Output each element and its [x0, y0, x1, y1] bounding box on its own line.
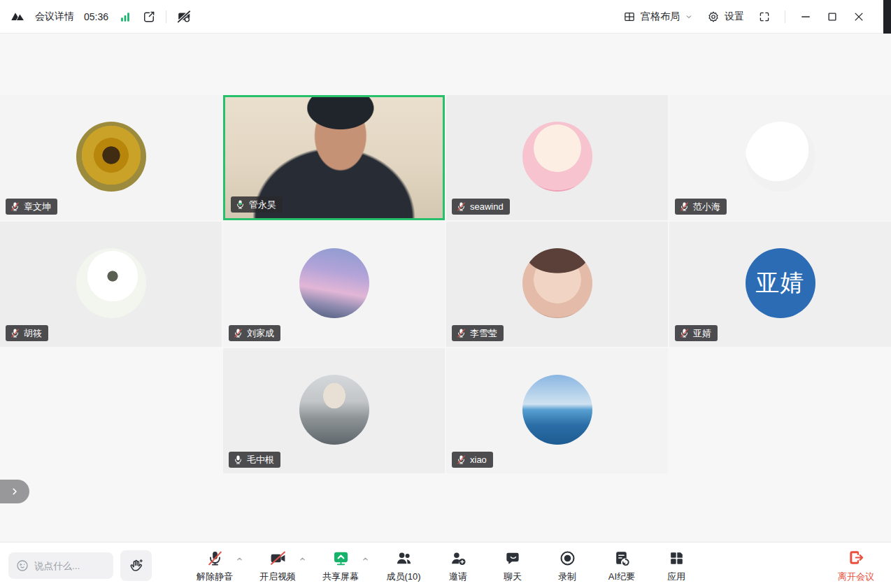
camera-off-label: 开启视频 — [259, 571, 296, 583]
chevron-up-icon[interactable] — [362, 555, 369, 563]
mic-muted-icon — [679, 201, 690, 212]
participant-tile[interactable]: 胡筱 — [0, 222, 222, 347]
toolbar-buttons: 解除静音 开启视频 共享屏幕 成员(10) 邀请 聊天 录制 AI纪要 应用 — [197, 543, 694, 588]
raise-hand-icon — [128, 557, 145, 574]
seaside-photo-avatar — [522, 375, 592, 445]
mic-muted-icon — [206, 549, 224, 568]
screen-share-label: 共享屏幕 — [322, 571, 359, 583]
chevron-right-icon — [9, 486, 20, 497]
expand-sidebar-button[interactable] — [0, 480, 29, 503]
mic-muted-icon — [233, 328, 243, 338]
ai-notes-button[interactable]: AI纪要 — [604, 549, 640, 583]
participant-tile[interactable]: 毛中根 — [223, 348, 445, 473]
participant-name: 胡筱 — [24, 328, 42, 338]
participant-tile[interactable]: 亚婧 亚婧 — [669, 222, 891, 347]
participant-name: 亚婧 — [693, 328, 711, 338]
sunflower-painting-avatar — [76, 122, 146, 192]
participant-name-chip: 胡筱 — [6, 325, 48, 341]
settings-button[interactable]: 设置 — [707, 10, 744, 23]
participant-name-chip: 章文坤 — [6, 199, 57, 215]
invite-button[interactable]: 邀请 — [440, 549, 476, 583]
recording-off-icon[interactable] — [176, 9, 192, 24]
mic-muted-icon — [456, 201, 466, 212]
participant-name-chip: 毛中根 — [229, 452, 280, 468]
participant-name: seawind — [470, 201, 504, 212]
bottom-toolbar: 解除静音 开启视频 共享屏幕 成员(10) 邀请 聊天 录制 AI纪要 应用 离… — [0, 542, 891, 588]
mic-muted-button[interactable]: 解除静音 — [197, 549, 233, 583]
share-meeting-icon[interactable] — [142, 10, 156, 24]
members-label: 成员(10) — [386, 571, 420, 583]
participant-tile[interactable]: 刘家成 — [223, 222, 445, 347]
layout-switcher-button[interactable]: 宫格布局 — [623, 10, 693, 23]
minimize-icon[interactable] — [799, 10, 812, 23]
white-dog-cartoon-avatar — [746, 122, 815, 192]
participant-name: 李雪莹 — [470, 328, 497, 338]
purple-sky-avatar — [299, 248, 369, 318]
mic-muted-icon — [10, 201, 20, 212]
participant-tile[interactable]: seawind — [446, 95, 668, 220]
participant-name-chip: 亚婧 — [675, 325, 718, 341]
participant-name-chip: xiao — [452, 452, 493, 468]
cartoon-boy-avatar — [522, 122, 592, 192]
mic-muted-icon — [456, 328, 466, 338]
gear-icon — [707, 10, 720, 23]
title-bar: 会议详情 05:36 宫格布局 设置 — [0, 0, 891, 34]
record-button[interactable]: 录制 — [549, 549, 585, 583]
chevron-up-icon[interactable] — [236, 555, 243, 563]
participant-name-chip: 范小海 — [675, 199, 727, 215]
participant-name-chip: 管永昊 — [231, 196, 283, 213]
participant-tile[interactable]: 章文坤 — [0, 95, 222, 220]
leave-meeting-icon — [847, 548, 865, 567]
child-photo-avatar — [522, 248, 592, 318]
participant-tile[interactable]: 李雪莹 — [446, 222, 668, 347]
participant-name: 章文坤 — [24, 201, 51, 212]
harbor-photo-avatar — [299, 375, 369, 445]
members-button[interactable]: 成员(10) — [385, 549, 422, 583]
initials-avatar: 亚婧 — [746, 248, 815, 318]
fullscreen-icon[interactable] — [758, 10, 771, 23]
chevron-down-icon — [685, 13, 693, 21]
participant-tile[interactable]: 管永昊 — [223, 95, 445, 220]
quick-chat-box[interactable] — [8, 552, 113, 579]
chevron-up-icon[interactable] — [299, 555, 306, 563]
invite-label: 邀请 — [449, 571, 467, 583]
mic-muted-icon — [679, 328, 690, 338]
mic-speaking-icon — [235, 199, 245, 210]
grid-layout-icon — [623, 10, 636, 23]
participant-name-chip: seawind — [452, 199, 510, 215]
participant-tile[interactable]: xiao — [446, 348, 668, 473]
mic-muted-icon — [456, 454, 466, 465]
meeting-timer: 05:36 — [84, 11, 108, 22]
app-logo-icon — [10, 9, 25, 24]
mic-on-icon — [233, 454, 243, 465]
emoji-icon[interactable] — [15, 559, 29, 573]
camera-off-icon — [269, 549, 287, 568]
wedding-illustration-avatar — [76, 248, 146, 318]
layout-label: 宫格布局 — [641, 10, 680, 23]
leave-meeting-button[interactable]: 离开会议 — [838, 548, 874, 582]
participant-name-chip: 刘家成 — [229, 325, 280, 341]
close-icon[interactable] — [853, 10, 865, 23]
apps-label: 应用 — [667, 571, 685, 583]
leave-meeting-label: 离开会议 — [838, 570, 874, 582]
raise-hand-button[interactable] — [120, 550, 152, 581]
mic-muted-label: 解除静音 — [197, 571, 233, 583]
maximize-icon[interactable] — [826, 10, 839, 23]
meeting-details-button[interactable]: 会议详情 — [35, 10, 74, 23]
chat-button[interactable]: 聊天 — [494, 549, 531, 583]
members-icon — [395, 549, 413, 568]
screen-share-button[interactable]: 共享屏幕 — [322, 549, 359, 583]
chat-input[interactable] — [34, 561, 106, 571]
participant-tile[interactable]: 范小海 — [669, 95, 891, 220]
chat-icon — [504, 549, 522, 568]
network-signal-icon[interactable] — [118, 10, 132, 24]
camera-off-button[interactable]: 开启视频 — [259, 549, 296, 583]
apps-button[interactable]: 应用 — [658, 549, 694, 583]
chat-label: 聊天 — [504, 571, 522, 583]
participant-name: 管永昊 — [249, 199, 276, 210]
screen-share-icon — [332, 549, 350, 568]
divider — [166, 10, 166, 23]
record-icon — [559, 549, 576, 568]
ai-notes-label: AI纪要 — [608, 571, 635, 583]
apps-icon — [668, 549, 685, 568]
